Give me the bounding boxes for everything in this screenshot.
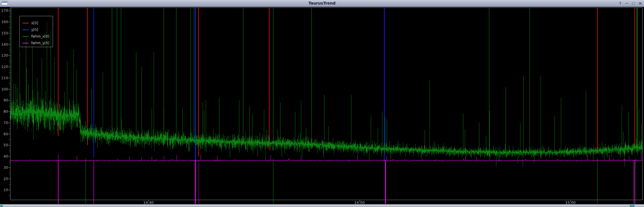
taurustrend-window: { "window": { "title": "TaurusTrend", "c… [0,0,644,207]
y-tick-label: 130 [0,53,8,58]
legend-entry: fwhm_x[0] [23,33,53,40]
y-tick-label: 120 [0,64,8,69]
y-tick-label: 90 [0,98,8,102]
y-tick-label: 110 [0,76,8,80]
y-tick-label: 100 [0,87,8,91]
close-button[interactable]: × [638,1,643,6]
legend-label: fwhm_x[0] [31,34,49,38]
window-title: TaurusTrend [0,0,644,7]
legend-line-swatch [23,43,29,43]
title-bar[interactable]: TaurusTrend ↑−□× [0,0,644,7]
legend-label: fwhm_y[0] [31,41,49,45]
window-controls: ↑−□× [618,0,643,7]
y-tick-label: 20 [0,177,8,181]
legend-label: y[0] [31,28,38,32]
desktop-panel-edge [0,204,644,207]
y-tick-label: 40 [0,154,8,158]
y-tick-label: 140 [0,42,8,47]
legend-line-swatch [23,29,29,30]
y-tick-label: 70 [0,121,8,125]
legend-line-swatch [23,36,29,37]
maximize-button[interactable]: □ [631,1,636,6]
y-tick-label: 50 [0,143,8,147]
panel-accent-left [0,205,3,207]
legend-line-swatch [23,23,29,23]
legend-entry: y[0] [23,26,53,33]
x-tick-label: 14:50 [351,200,368,205]
legend-entry: fwhm_y[0] [23,40,53,46]
y-tick-label: 30 [0,165,8,170]
y-tick-label: 10 [0,188,8,192]
y-tick-label: 170 [0,8,8,13]
y-tick-label: 80 [0,109,8,114]
y-tick-label: 150 [0,31,8,35]
minimize-button[interactable]: − [625,1,629,6]
plot-legend: x[0]y[0]fwhm_x[0]fwhm_y[0] [19,16,53,47]
legend-entry: x[0] [23,20,53,26]
trend-plot-canvas[interactable] [0,7,644,204]
shade-button[interactable]: ↑ [618,1,623,6]
panel-accent-right [630,205,634,207]
legend-label: x[0] [31,21,38,25]
x-tick-label: 14:40 [140,200,157,205]
y-tick-label: 60 [0,132,8,136]
y-tick-label: 160 [0,20,8,24]
x-tick-label: 15:00 [562,200,579,205]
